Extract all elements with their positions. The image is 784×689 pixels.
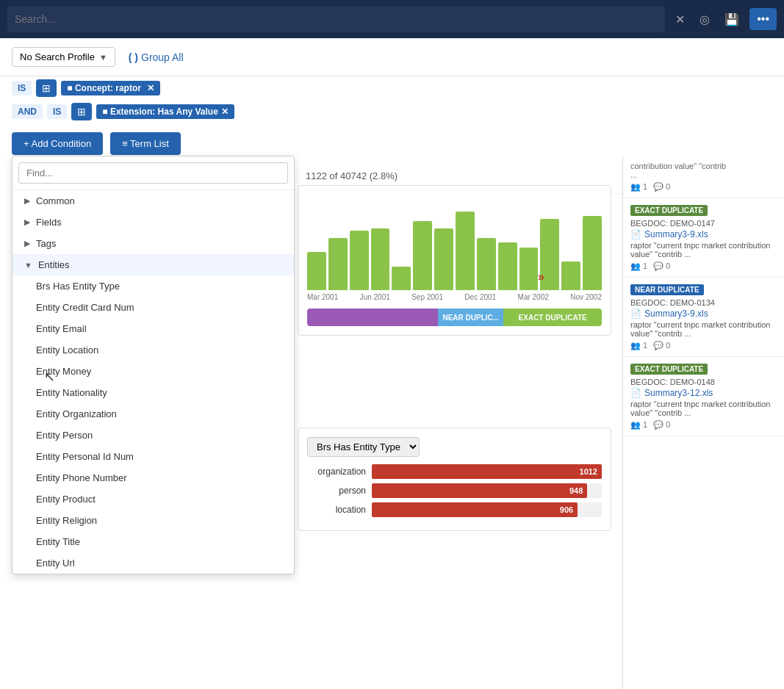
dropdown-search-wrap[interactable] [12, 156, 294, 190]
dropdown-items-list: ▶ Common ▶ Fields ▶ Tags ▼ Entities Brs … [12, 190, 294, 574]
sub-item-label: Entity Phone Number [36, 472, 127, 483]
doc-comments-2: 💬 0 [653, 341, 670, 350]
global-search-input[interactable] [15, 13, 658, 25]
dropdown-item-entity-credit-card[interactable]: Entity Credit Card Num [12, 297, 294, 318]
bar-1 [307, 252, 326, 290]
dropdown-overlay: ▶ Common ▶ Fields ▶ Tags ▼ Entities Brs … [12, 156, 295, 574]
remove-extension-icon[interactable]: ✕ [221, 107, 229, 117]
sub-item-label: Entity Religion [36, 515, 97, 526]
sub-item-label: Brs Has Entity Type [36, 281, 120, 292]
bar-4 [371, 228, 390, 291]
dropdown-item-entity-product[interactable]: Entity Product [12, 488, 294, 510]
doc-likes-1b: 👥 1 [630, 261, 647, 271]
concept-tag[interactable]: ■ Concept: raptor ✕ [61, 81, 160, 95]
doc-comments-3: 💬 0 [653, 420, 670, 430]
dropdown-item-entity-email[interactable]: Entity Email [12, 318, 294, 339]
dropdown-item-brs-has-entity-type[interactable]: Brs Has Entity Type [12, 275, 294, 297]
entity-bar-location: location 906 [307, 502, 602, 517]
field-type-icon-1[interactable]: ⊞ [36, 79, 57, 97]
doc-card-near-1[interactable]: NEAR DUPLICATE BEGDOC: DEMO-0134 📄 Summa… [623, 278, 784, 357]
doc-card-exact-1[interactable]: EXACT DUPLICATE BEGDOC: DEMO-0147 📄 Summ… [623, 198, 784, 278]
dropdown-item-entities[interactable]: ▼ Entities [12, 254, 294, 275]
dropdown-item-entity-religion[interactable]: Entity Religion [12, 510, 294, 531]
search-toolbar: No Search Profile ▼ ( ) Group All [0, 38, 784, 76]
bar-7 [434, 228, 453, 291]
operator-and-badge[interactable]: AND [12, 104, 43, 119]
global-search-wrap[interactable] [7, 6, 665, 32]
entity-bar-inner-org: 1012 [372, 464, 602, 479]
entity-bar-outer-location: 906 [372, 502, 602, 517]
target-icon[interactable]: ◎ [695, 8, 714, 31]
dropdown-item-entity-organization[interactable]: Entity Organization [12, 403, 294, 425]
clear-search-icon[interactable]: ✕ [671, 8, 689, 31]
bar-14 [583, 216, 602, 290]
dropdown-item-label: Entities [38, 259, 70, 270]
doc-comments-1b: 💬 0 [653, 261, 670, 271]
dropdown-item-tags[interactable]: ▶ Tags [12, 233, 294, 254]
concept-label: ■ Concept: raptor [67, 83, 141, 93]
doc-title-3[interactable]: 📄 Summary3-12.xls [630, 388, 777, 398]
chevron-right-icon: ▶ [24, 239, 30, 248]
term-list-button[interactable]: ≡ Term List [110, 132, 181, 155]
doc-card-1: contribution value" "contrib... 👥 1 💬 0 [623, 156, 784, 198]
chevron-down-icon: ▼ [24, 261, 32, 270]
doc-file-icon-2: 📄 [630, 309, 641, 319]
bar-8 [456, 212, 475, 290]
dropdown-item-fields[interactable]: ▶ Fields [12, 212, 294, 233]
entity-bar-organization: organization 1012 [307, 464, 602, 479]
exact-duplicate-badge-2: EXACT DUPLICATE [630, 364, 708, 375]
remove-concept-icon[interactable]: ✕ [147, 83, 154, 93]
results-count: 1122 of 40742 (2.8%) [306, 170, 398, 181]
doc-ref-2: BEGDOC: DEMO-0134 [630, 298, 777, 307]
extension-tag[interactable]: ■ Extension: Has Any Value ✕ [96, 104, 234, 119]
entity-bar-person: person 948 [307, 483, 602, 498]
dropdown-item-label: Fields [36, 217, 62, 228]
operator-is-badge[interactable]: IS [12, 81, 32, 95]
chevron-right-icon: ▶ [24, 217, 30, 227]
doc-snippet-1: raptor "current tnpc market contribution… [630, 241, 777, 259]
dropdown-item-entity-url[interactable]: Entity Url [12, 552, 294, 574]
dropdown-find-input[interactable] [18, 162, 288, 184]
entity-chart-header: Brs Has Entity Type [307, 437, 602, 457]
dropdown-item-entity-title[interactable]: Entity Title [12, 531, 294, 552]
doc-likes-2: 👥 1 [630, 341, 647, 350]
save-icon[interactable]: 💾 [720, 8, 744, 31]
entity-type-select[interactable]: Brs Has Entity Type [307, 437, 420, 457]
doc-card-exact-2[interactable]: EXACT DUPLICATE BEGDOC: DEMO-0148 📄 Summ… [623, 357, 784, 436]
doc-file-icon-1: 📄 [630, 229, 641, 239]
entity-label-person: person [307, 486, 366, 496]
dup-seg-purple [307, 309, 438, 326]
dropdown-item-entity-nationality[interactable]: Entity Nationality [12, 382, 294, 403]
chart-label-nov2002: Nov 2002 [570, 293, 602, 301]
doc-likes-1: 👥 1 [630, 182, 647, 192]
more-options-button[interactable]: ••• [749, 8, 777, 30]
chart-label-mar2001: Mar 2001 [307, 293, 338, 301]
doc-title-2[interactable]: 📄 Summary3-9.xls [630, 309, 777, 319]
profile-select[interactable]: No Search Profile ▼ [12, 47, 115, 67]
dropdown-item-entity-location[interactable]: Entity Location [12, 339, 294, 361]
group-all-label: Group All [141, 51, 184, 63]
group-all-button[interactable]: ( ) Group All [123, 48, 190, 66]
main-area: No Search Profile ▼ ( ) Group All IS ⊞ ■… [0, 38, 784, 689]
field-type-icon-2[interactable]: ⊞ [71, 103, 92, 120]
entity-label-org: organization [307, 466, 366, 477]
dropdown-item-entity-personal-id[interactable]: Entity Personal Id Num [12, 446, 294, 467]
bar-6 [413, 221, 432, 290]
chart-label-jun2001: Jun 2001 [360, 293, 390, 301]
document-panel: contribution value" "contrib... 👥 1 💬 0 … [622, 156, 784, 689]
condition-rows: IS ⊞ ■ Concept: raptor ✕ AND IS ⊞ ■ Exte… [0, 76, 784, 126]
profile-label: No Search Profile [20, 51, 95, 62]
dropdown-item-entity-person[interactable]: Entity Person [12, 425, 294, 446]
dropdown-item-entity-phone[interactable]: Entity Phone Number [12, 467, 294, 488]
dropdown-item-common[interactable]: ▶ Common [12, 190, 294, 212]
bar-9 [477, 238, 496, 291]
doc-title-1[interactable]: 📄 Summary3-9.xls [630, 229, 777, 239]
add-condition-button[interactable]: + Add Condition [12, 132, 103, 155]
double-arrow-icon: » [538, 270, 544, 284]
doc-filename-2: Summary3-9.xls [644, 309, 708, 319]
dup-seg-near: NEAR DUPLIC... [438, 309, 503, 326]
dropdown-item-label: Common [36, 195, 75, 206]
operator-is-badge-2[interactable]: IS [47, 104, 67, 119]
doc-ref-3: BEGDOC: DEMO-0148 [630, 378, 777, 386]
dropdown-item-entity-money[interactable]: Entity Money [12, 361, 294, 382]
